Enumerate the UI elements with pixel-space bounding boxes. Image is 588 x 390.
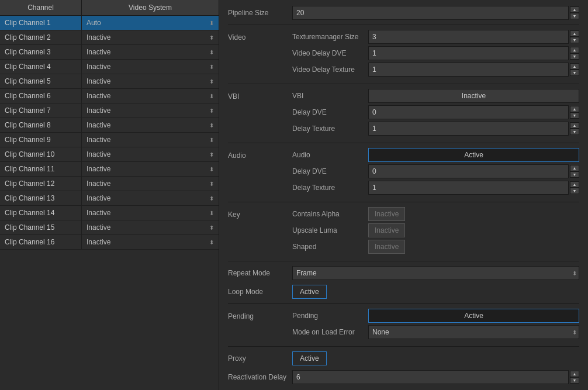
audio-delay-dve-value: 0	[368, 164, 569, 178]
channel-dropdown-icon: ⬍	[209, 20, 214, 26]
channel-row[interactable]: Clip Channel 13Inactive⬍	[0, 191, 219, 206]
audio-delay-dve-down[interactable]: ▼	[570, 171, 579, 178]
audio-delay-dve-up[interactable]: ▲	[570, 165, 579, 171]
upscale-luma-row: Upscale Luma Inactive	[292, 223, 579, 237]
channel-list: Clip Channel 1Auto⬍Clip Channel 2Inactiv…	[0, 16, 219, 390]
video-field-label-0: Texturemanager Size	[292, 33, 368, 41]
channel-value-text: Inactive	[87, 92, 110, 100]
divider-1	[228, 25, 579, 25]
channel-name: Clip Channel 15	[0, 220, 82, 234]
channel-value-text: Inactive	[87, 223, 110, 232]
video-up-1[interactable]: ▲	[570, 47, 579, 53]
pipeline-size-label: Pipeline Size	[228, 9, 292, 17]
channel-value-text: Inactive	[87, 48, 110, 56]
channel-row[interactable]: Clip Channel 4Inactive⬍	[0, 60, 219, 74]
vbi-delay-texture-up[interactable]: ▲	[570, 122, 579, 129]
channel-row[interactable]: Clip Channel 15Inactive⬍	[0, 220, 219, 235]
channel-dropdown-icon: ⬍	[209, 210, 214, 216]
vbi-delay-dve-label: Delay DVE	[292, 108, 368, 116]
channel-row[interactable]: Clip Channel 3Inactive⬍	[0, 45, 219, 60]
video-down-2[interactable]: ▼	[570, 70, 579, 76]
audio-delay-texture-spinner: ▲ ▼	[570, 181, 579, 194]
pipeline-size-spinner: ▲ ▼	[570, 6, 579, 19]
channel-name: Clip Channel 16	[0, 235, 82, 249]
reactivation-delay-row: Reactivation Delay 6 ▲ ▼	[228, 370, 579, 384]
pipeline-size-up[interactable]: ▲	[570, 6, 579, 13]
repeat-mode-row: Repeat Mode Frame Loop None ⬍	[228, 266, 579, 280]
audio-delay-texture-value: 1	[368, 181, 569, 195]
reactivation-delay-value: 6	[292, 370, 569, 384]
reactivation-delay-up[interactable]: ▲	[570, 371, 579, 377]
channel-value: Inactive⬍	[82, 103, 219, 118]
channel-row[interactable]: Clip Channel 9Inactive⬍	[0, 133, 219, 147]
proxy-button[interactable]: Active	[292, 351, 327, 365]
vbi-delay-dve-group: 0 ▲ ▼	[368, 105, 579, 119]
channel-value: Inactive⬍	[82, 162, 219, 176]
mode-on-load-error-select-wrapper: None Loop Hold ⬍	[368, 325, 579, 339]
upscale-luma-label: Upscale Luma	[292, 226, 368, 234]
audio-status-button[interactable]: Active	[368, 148, 579, 162]
pipeline-size-value: 20	[292, 6, 569, 20]
loop-mode-button[interactable]: Active	[292, 285, 327, 299]
video-field-value-1: 1	[368, 46, 569, 60]
vbi-delay-texture-down[interactable]: ▼	[570, 129, 579, 135]
mode-on-load-error-label: Mode on Load Error	[292, 328, 368, 336]
pending-status-button[interactable]: Active	[368, 309, 579, 323]
vbi-delay-texture-label: Delay Texture	[292, 125, 368, 133]
vbi-delay-dve-down[interactable]: ▼	[570, 112, 579, 119]
channel-row[interactable]: Clip Channel 8Inactive⬍	[0, 118, 219, 133]
pipeline-size-down[interactable]: ▼	[570, 13, 579, 19]
channel-dropdown-icon: ⬍	[209, 181, 214, 187]
reactivation-delay-down[interactable]: ▼	[570, 377, 579, 384]
channel-row[interactable]: Clip Channel 2Inactive⬍	[0, 30, 219, 45]
channel-name: Clip Channel 1	[0, 16, 82, 30]
channel-name: Clip Channel 11	[0, 162, 82, 176]
video-down-1[interactable]: ▼	[570, 53, 579, 60]
video-down-0[interactable]: ▼	[570, 37, 579, 43]
audio-delay-texture-down[interactable]: ▼	[570, 188, 579, 194]
contains-alpha-button[interactable]: Inactive	[368, 207, 405, 221]
shaped-button[interactable]: Inactive	[368, 240, 405, 254]
video-up-2[interactable]: ▲	[570, 63, 579, 70]
channel-row[interactable]: Clip Channel 11Inactive⬍	[0, 162, 219, 177]
vbi-content: VBI Inactive Delay DVE 0 ▲ ▼ Delay Textu…	[292, 89, 579, 138]
channel-value: Inactive⬍	[82, 177, 219, 191]
mode-on-load-error-select[interactable]: None Loop Hold	[368, 325, 579, 339]
channel-value: Inactive⬍	[82, 30, 219, 44]
repeat-mode-select[interactable]: Frame Loop None	[292, 266, 579, 280]
pipeline-size-row: Pipeline Size 20 ▲ ▼	[228, 6, 579, 20]
audio-delay-texture-up[interactable]: ▲	[570, 181, 579, 188]
contains-alpha-row: Contains Alpha Inactive	[292, 207, 579, 221]
channel-value-text: Inactive	[87, 136, 110, 144]
video-field-1: Video Delay DVE 1 ▲ ▼	[292, 46, 579, 60]
channel-name: Clip Channel 13	[0, 191, 82, 205]
video-spinner-1: ▲ ▼	[570, 47, 579, 60]
channel-row[interactable]: Clip Channel 10Inactive⬍	[0, 147, 219, 162]
channel-row[interactable]: Clip Channel 6Inactive⬍	[0, 89, 219, 103]
pending-content: Pending Active Mode on Load Error None L…	[292, 309, 579, 341]
vbi-delay-dve-up[interactable]: ▲	[570, 106, 579, 112]
channel-value: Inactive⬍	[82, 220, 219, 234]
channel-name: Clip Channel 9	[0, 133, 82, 147]
pending-label: Pending	[228, 309, 292, 320]
audio-label: Audio	[228, 148, 292, 160]
channel-value-text: Inactive	[87, 150, 110, 158]
channel-row[interactable]: Clip Channel 1Auto⬍	[0, 16, 219, 30]
channel-row[interactable]: Clip Channel 16Inactive⬍	[0, 235, 219, 250]
channel-name: Clip Channel 2	[0, 30, 82, 44]
audio-delay-dve-group: 0 ▲ ▼	[368, 164, 579, 178]
audio-delay-texture-group: 1 ▲ ▼	[368, 181, 579, 195]
channel-row[interactable]: Clip Channel 7Inactive⬍	[0, 103, 219, 118]
audio-section: Audio Audio Active Delay DVE 0 ▲ ▼	[228, 148, 579, 197]
channel-row[interactable]: Clip Channel 14Inactive⬍	[0, 206, 219, 220]
channel-value-text: Inactive	[87, 238, 110, 246]
upscale-luma-button[interactable]: Inactive	[368, 223, 405, 237]
channel-row[interactable]: Clip Channel 5Inactive⬍	[0, 74, 219, 89]
vbi-status-row: VBI Inactive	[292, 89, 579, 103]
channel-value-text: Inactive	[87, 194, 110, 202]
vbi-status-button[interactable]: Inactive	[368, 89, 579, 103]
video-up-0[interactable]: ▲	[570, 30, 579, 37]
loop-mode-row: Loop Mode Active	[228, 285, 579, 299]
video-field-group-1: 1 ▲ ▼	[368, 46, 579, 60]
channel-row[interactable]: Clip Channel 12Inactive⬍	[0, 177, 219, 191]
